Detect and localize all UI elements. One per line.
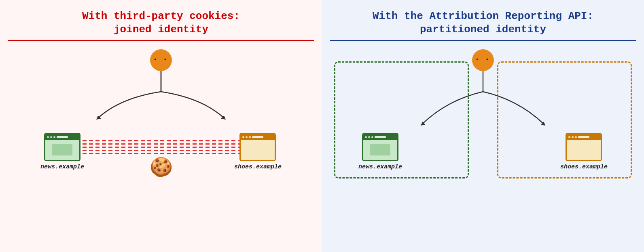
left-diagram: news.example shoes.example 🍪 (8, 49, 314, 195)
browser-bar-shoes-r (567, 134, 601, 140)
browser-window-shoes (239, 133, 276, 161)
browser-url-bar-rn (375, 136, 386, 138)
browser-dot-rn2 (368, 136, 370, 138)
left-panel: With third-party cookies: joined identit… (0, 0, 322, 252)
cookie-icon: 🍪 (150, 159, 173, 178)
dashed-connection (76, 138, 246, 156)
browser-dot-s2 (246, 136, 248, 138)
browser-inner-news-r (370, 144, 390, 155)
browser-url-bar-rs (578, 136, 589, 138)
browser-window-news-r (362, 133, 398, 161)
dashed-arrow-right2 (76, 147, 246, 148)
left-title-line2: joined identity (114, 23, 208, 36)
right-panel: With the Attribution Reporting API: part… (322, 0, 644, 252)
browser-window-news (44, 133, 80, 161)
browser-content-shoes (241, 140, 275, 160)
browser-bar-news-r (363, 134, 397, 140)
browser-dot-rs3 (575, 136, 577, 138)
browser-dot-s3 (249, 136, 251, 138)
shoes-label-right: shoes.example (560, 164, 608, 170)
dashed-arrow-right3 (76, 153, 246, 154)
browser-dot-2 (50, 136, 52, 138)
browser-bar-shoes (241, 134, 275, 140)
right-title-line1: With the Attribution Reporting API: (373, 10, 593, 22)
browser-content-news-r (363, 140, 397, 160)
right-panel-title: With the Attribution Reporting API: part… (373, 10, 593, 36)
news-label-left: news.example (40, 164, 84, 170)
browser-news-right: news.example (358, 133, 402, 170)
right-title-line2: partitioned identity (420, 23, 546, 36)
dashed-arrow-left2 (76, 150, 246, 151)
browser-window-shoes-r (566, 133, 602, 161)
browser-inner-news (52, 144, 72, 155)
left-divider (8, 40, 314, 41)
browser-news-left: news.example (40, 133, 84, 170)
browser-dot-rn3 (371, 136, 373, 138)
svg-marker-2 (221, 116, 226, 120)
news-label-right: news.example (358, 164, 402, 170)
cookie-emoji: 🍪 (150, 158, 173, 179)
browser-shoes-right: shoes.example (560, 133, 608, 170)
browser-dot-rs2 (572, 136, 574, 138)
browser-dot-s1 (242, 136, 244, 138)
browser-dot-3 (53, 136, 55, 138)
browser-shoes-left: shoes.example (234, 133, 282, 170)
dashed-arrow-right (76, 140, 246, 141)
shoes-label-left: shoes.example (234, 164, 282, 170)
left-panel-title: With third-party cookies: joined identit… (82, 10, 240, 36)
browser-url-bar (57, 136, 68, 138)
browser-url-bar-shoes (252, 136, 263, 138)
browser-dot-rn1 (365, 136, 367, 138)
browser-dot-rs1 (568, 136, 570, 138)
dashed-arrow-left (76, 143, 246, 145)
left-title-line1: With third-party cookies: (82, 10, 240, 22)
browser-bar-news (45, 134, 79, 140)
right-diagram: news.example shoes.example (330, 49, 636, 195)
browser-content-news (45, 140, 79, 160)
browser-dot-1 (47, 136, 49, 138)
person-icon-left (150, 49, 172, 71)
person-icon-right (472, 49, 494, 71)
browser-content-shoes-r (567, 140, 601, 160)
svg-marker-1 (96, 116, 101, 120)
right-divider (330, 40, 636, 41)
